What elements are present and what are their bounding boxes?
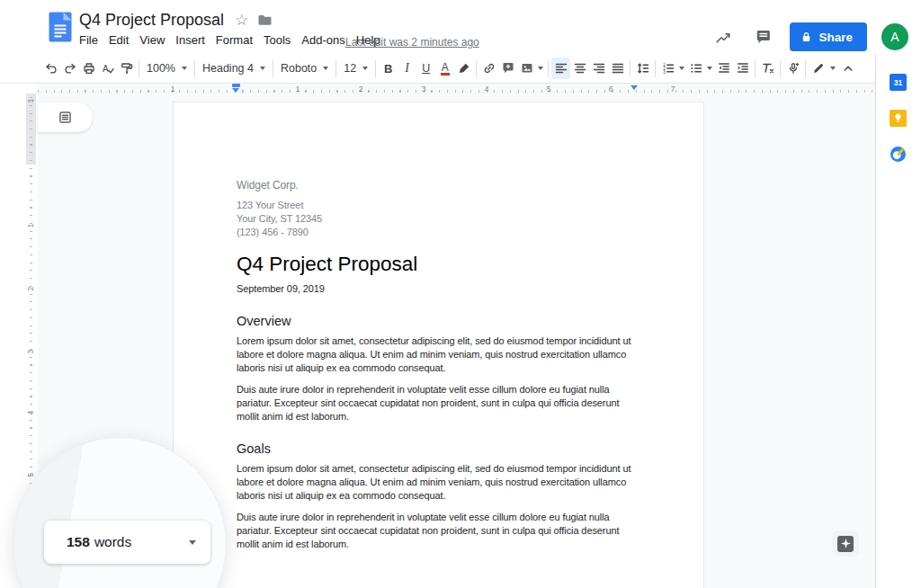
font-family-select[interactable]: Roboto (276, 58, 333, 79)
bold-button[interactable]: B (379, 58, 398, 79)
calendar-icon[interactable]: 31 (890, 74, 907, 91)
tasks-icon[interactable] (890, 146, 907, 163)
menu-item[interactable]: Edit (103, 33, 134, 47)
document-section: Goals Lorem ipsum dolor sit amet, consec… (237, 442, 640, 551)
editing-mode-button[interactable] (809, 58, 827, 79)
explore-button[interactable] (832, 530, 859, 557)
move-folder-icon[interactable] (257, 13, 273, 27)
toolbar-separator (805, 60, 806, 77)
align-right-button[interactable] (589, 58, 608, 79)
toolbar-separator (630, 60, 630, 77)
document-section: Overview Lorem ipsum dolor sit amet, con… (237, 315, 640, 423)
font-size-select[interactable]: 12 (339, 58, 372, 79)
chevron-down-icon[interactable] (707, 67, 712, 70)
undo-button[interactable] (41, 58, 60, 79)
paragraph-style-select[interactable]: Heading 4 (198, 58, 270, 79)
menu-item[interactable]: File (74, 33, 103, 47)
document-title[interactable]: Q4 Project Proposal (79, 11, 224, 30)
section-heading: Goals (237, 442, 640, 456)
outline-icon (58, 110, 73, 125)
company-name: Widget Corp. (237, 179, 640, 192)
section-paragraph: Duis aute irure dolor in reprehenderit i… (237, 511, 640, 551)
title-block: Q4 Project Proposal ☆ FileEditViewInsert… (79, 10, 386, 47)
editing-activity-icon[interactable] (711, 24, 736, 49)
docs-logo-icon[interactable] (49, 12, 72, 46)
header: Q4 Project Proposal ☆ FileEditViewInsert… (0, 0, 921, 54)
word-count-value: 158 (67, 534, 90, 550)
section-paragraph: Duis aute irure dolor in reprehenderit i… (237, 383, 640, 423)
bulleted-list-button[interactable] (686, 58, 705, 79)
highlight-color-button[interactable] (454, 58, 473, 79)
menu-item[interactable]: Format (210, 33, 258, 47)
justify-button[interactable] (608, 58, 627, 79)
right-indent-marker[interactable] (630, 85, 638, 90)
redo-button[interactable] (60, 58, 79, 79)
spell-check-button[interactable]: A (98, 58, 117, 79)
word-count-pill[interactable]: 158 words (44, 521, 210, 564)
menu-item[interactable]: Add-ons (296, 33, 350, 47)
address-line: Your City, ST 12345 (237, 212, 640, 226)
chevron-down-icon (323, 67, 328, 70)
toolbar-separator (655, 60, 656, 77)
comments-icon[interactable] (750, 24, 775, 49)
last-edit-link[interactable]: Last edit was 2 minutes ago (345, 36, 479, 49)
text-color-button[interactable]: A (435, 58, 454, 79)
paint-format-button[interactable] (117, 58, 136, 79)
share-label: Share (818, 31, 853, 44)
numbered-list-button[interactable]: 123 (658, 58, 677, 79)
keep-icon[interactable] (890, 110, 907, 127)
header-actions: Share A (711, 22, 908, 51)
google-docs-app: Q4 Project Proposal ☆ FileEditViewInsert… (0, 0, 921, 588)
collapse-toolbar-button[interactable] (838, 58, 857, 79)
word-count-label: words (94, 534, 131, 550)
chevron-down-icon (189, 540, 196, 545)
left-indent-marker[interactable] (232, 88, 239, 93)
side-panel: 31 (875, 54, 921, 588)
hide-side-panel-chevron[interactable] (886, 584, 911, 588)
company-address: 123 Your StreetYour City, ST 12345(123) … (237, 199, 640, 239)
toolbar-separator (335, 60, 336, 77)
underline-button[interactable]: U (416, 58, 435, 79)
decrease-indent-button[interactable] (714, 58, 733, 79)
chevron-down-icon[interactable] (830, 67, 836, 70)
insert-link-button[interactable] (479, 58, 498, 79)
zoom-select[interactable]: 100% (142, 58, 192, 79)
toolbar-separator (273, 60, 273, 77)
voice-typing-button[interactable] (783, 58, 802, 79)
toolbar-separator (139, 60, 139, 77)
menu-item[interactable]: View (134, 33, 170, 47)
first-line-indent-marker[interactable] (232, 84, 240, 87)
align-center-button[interactable] (570, 58, 589, 79)
chevron-down-icon (260, 67, 265, 70)
chevron-down-icon[interactable] (679, 67, 684, 70)
align-left-button[interactable] (551, 58, 570, 79)
menu-item[interactable]: Tools (258, 33, 296, 47)
toolbar-separator (476, 60, 477, 77)
menu-item[interactable]: Insert (170, 33, 210, 47)
address-line: 123 Your Street (237, 199, 640, 212)
add-comment-button[interactable] (498, 58, 517, 79)
toolbar-separator (194, 60, 195, 77)
toolbar-separator (375, 60, 376, 77)
clear-formatting-button[interactable] (758, 58, 777, 79)
page-content: Widget Corp. 123 Your StreetYour City, S… (174, 102, 703, 551)
show-document-outline-button[interactable] (38, 102, 93, 132)
document-page[interactable]: Widget Corp. 123 Your StreetYour City, S… (173, 102, 704, 588)
line-spacing-button[interactable] (633, 58, 652, 79)
share-button[interactable]: Share (790, 22, 867, 51)
svg-text:A: A (103, 64, 109, 74)
chevron-down-icon (182, 67, 187, 70)
italic-button[interactable]: I (398, 58, 416, 79)
toolbar-separator (548, 60, 549, 77)
star-icon[interactable]: ☆ (235, 13, 248, 28)
document-date: September 09, 2019 (237, 282, 640, 296)
svg-text:31: 31 (894, 78, 903, 87)
toolbar: A 100% Heading 4 Roboto 12 B I U A 123 (0, 54, 875, 84)
account-avatar[interactable]: A (881, 23, 908, 50)
chevron-down-icon[interactable] (538, 67, 543, 70)
print-button[interactable] (79, 58, 98, 79)
increase-indent-button[interactable] (733, 58, 752, 79)
address-line: (123) 456 - 7890 (237, 226, 640, 239)
insert-image-button[interactable] (517, 58, 536, 79)
section-paragraph: Lorem ipsum dolor sit amet, consectetur … (237, 334, 640, 375)
